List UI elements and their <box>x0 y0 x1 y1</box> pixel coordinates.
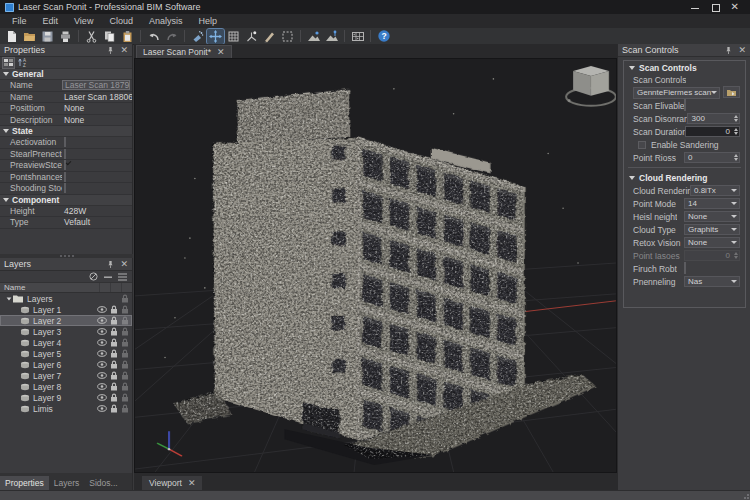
layer-row[interactable]: Layer 3 <box>0 326 132 337</box>
name-input[interactable]: Laser Scan 18796-4.0.06 <box>62 80 130 90</box>
categorize-view-icon[interactable] <box>3 58 14 68</box>
eye-icon[interactable] <box>97 317 107 324</box>
scan-controls-section[interactable]: Scan Controls <box>624 61 745 74</box>
layer-row[interactable]: Layer 4 <box>0 337 132 348</box>
close-icon[interactable]: ✕ <box>120 46 128 55</box>
lock-dim-icon[interactable] <box>121 316 129 325</box>
spinner-buttons[interactable] <box>732 114 739 123</box>
name-value[interactable]: Laser Scan 188064838.... <box>62 92 132 102</box>
lock-dim-icon[interactable] <box>121 360 129 369</box>
menu-help[interactable]: Help <box>190 16 225 26</box>
scan-elivable-checkbox[interactable] <box>684 99 686 111</box>
lock-icon[interactable] <box>110 349 118 358</box>
eye-icon[interactable] <box>97 394 107 401</box>
section-general[interactable]: General <box>0 69 132 80</box>
lock-icon[interactable] <box>110 338 118 347</box>
pontshnancess-checkbox[interactable] <box>64 172 66 182</box>
menu-edit[interactable]: Edit <box>35 16 67 26</box>
layers-root-row[interactable]: Layers <box>0 293 132 304</box>
layers-name-column[interactable]: Name <box>0 283 99 292</box>
lock-dim-icon[interactable] <box>121 327 129 336</box>
open-folder-icon[interactable] <box>21 29 38 44</box>
shooding-stoelter-checkbox[interactable] <box>64 183 66 193</box>
retox-vision-dropdown[interactable]: None <box>684 237 740 248</box>
viewport-tab[interactable]: Viewport ✕ <box>142 476 202 490</box>
stearlprenection-checkbox[interactable] <box>64 149 66 159</box>
lock-dim-icon[interactable] <box>121 338 129 347</box>
layer-row[interactable]: Layer 8 <box>0 381 132 392</box>
tab-sidos[interactable]: Sidos... <box>84 476 122 490</box>
close-icon[interactable]: ✕ <box>738 46 746 55</box>
height-value[interactable]: 428W <box>62 206 132 216</box>
lock-icon[interactable] <box>110 360 118 369</box>
save-icon[interactable] <box>39 29 56 44</box>
coordinates-table-tool-icon[interactable] <box>349 29 366 44</box>
eye-icon[interactable] <box>97 306 107 313</box>
posittiom-value[interactable]: None <box>62 103 132 113</box>
filter-layers-icon[interactable] <box>89 272 98 281</box>
print-icon[interactable] <box>57 29 74 44</box>
browse-scan-button[interactable] <box>723 86 740 98</box>
menu-file[interactable]: File <box>4 16 35 26</box>
lock-dim-icon[interactable] <box>121 371 129 380</box>
lock-dim-icon[interactable] <box>121 305 129 314</box>
heisl-neight-dropdown[interactable]: None <box>684 211 740 222</box>
layer-row[interactable]: Layer 9 <box>0 392 132 403</box>
cloud-rendering-section[interactable]: Cloud Rendering <box>624 171 745 184</box>
viewport-document-tab[interactable]: Laser Scan Ponit* ✕ <box>136 45 232 58</box>
scan-tool-icon[interactable] <box>189 29 206 44</box>
terrain-pin-tool-icon[interactable] <box>323 29 340 44</box>
lock-icon[interactable] <box>110 404 118 413</box>
cloud-rendering-dropdown[interactable]: 0.8iTx <box>690 185 740 196</box>
close-tab-icon[interactable]: ✕ <box>217 48 225 57</box>
close-tab-icon[interactable]: ✕ <box>188 479 196 488</box>
layer-row[interactable]: Layer 5 <box>0 348 132 359</box>
eye-icon[interactable] <box>97 350 107 357</box>
tab-layers[interactable]: Layers <box>49 476 85 490</box>
grid-tool-icon[interactable] <box>225 29 242 44</box>
paste-icon[interactable] <box>119 29 136 44</box>
tab-properties[interactable]: Properties <box>0 476 49 490</box>
lock-icon[interactable] <box>110 305 118 314</box>
section-component[interactable]: Component <box>0 195 132 206</box>
new-file-icon[interactable] <box>3 29 20 44</box>
firuch-robt-checkbox[interactable] <box>684 262 686 274</box>
lock-icon[interactable] <box>121 294 129 303</box>
lock-icon[interactable] <box>110 327 118 336</box>
pin-icon[interactable] <box>107 46 114 55</box>
lock-icon[interactable] <box>110 393 118 402</box>
eye-icon[interactable] <box>97 361 107 368</box>
close-icon[interactable]: ✕ <box>731 3 739 11</box>
resize-grip-icon[interactable] <box>741 491 749 499</box>
sort-az-icon[interactable]: AZ <box>17 58 28 68</box>
cloud-type-dropdown[interactable]: Graphits <box>684 224 740 235</box>
eye-icon[interactable] <box>97 372 107 379</box>
type-value[interactable]: Vefault <box>62 217 132 227</box>
help-icon[interactable]: ? <box>375 29 392 44</box>
lock-dim-icon[interactable] <box>121 404 129 413</box>
spinner-buttons[interactable] <box>732 153 739 162</box>
close-icon[interactable]: ✕ <box>120 260 128 269</box>
layer-row[interactable]: Layer 6 <box>0 359 132 370</box>
scan-preset-dropdown[interactable]: GennteFiermes scan <box>633 87 720 99</box>
eye-icon[interactable] <box>97 328 107 335</box>
cut-icon[interactable] <box>83 29 100 44</box>
eye-icon[interactable] <box>97 405 107 412</box>
pin-icon[interactable] <box>107 260 114 269</box>
menu-view[interactable]: View <box>66 16 101 26</box>
marquee-select-tool-icon[interactable] <box>279 29 296 44</box>
lock-dim-icon[interactable] <box>121 393 129 402</box>
undo-icon[interactable] <box>145 29 162 44</box>
restore-icon[interactable] <box>711 3 719 11</box>
axis-tool-icon[interactable] <box>243 29 260 44</box>
lock-dim-icon[interactable] <box>121 382 129 391</box>
move-tool-icon[interactable] <box>207 29 224 44</box>
spinner-buttons[interactable] <box>732 127 739 136</box>
lock-icon[interactable] <box>110 382 118 391</box>
layer-row[interactable]: Layer 7 <box>0 370 132 381</box>
preaviewstcenpass-checkbox[interactable] <box>64 160 66 170</box>
point-mode-dropdown[interactable]: 14 <box>684 198 740 209</box>
layers-menu-icon[interactable] <box>118 273 127 281</box>
layer-row[interactable]: Layer 1 <box>0 304 132 315</box>
lock-icon[interactable] <box>110 371 118 380</box>
